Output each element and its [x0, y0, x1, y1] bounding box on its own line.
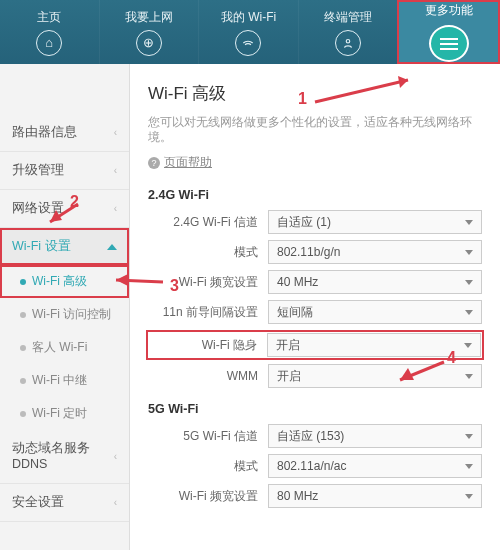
label-wmm: WMM [148, 369, 268, 383]
sidebar-item-network[interactable]: 网络设置‹ [0, 190, 129, 228]
select-value: 802.11b/g/n [277, 245, 340, 259]
select-wmm[interactable]: 开启 [268, 364, 482, 388]
dot-icon [20, 312, 26, 318]
page-help-link[interactable]: ?页面帮助 [148, 155, 482, 170]
label-mode-5: 模式 [148, 458, 268, 475]
select-hidden[interactable]: 开启 [267, 333, 481, 357]
chevron-left-icon: ‹ [114, 203, 117, 214]
row-guard: 11n 前导间隔设置 短间隔 [148, 300, 482, 324]
row-wmm: WMM 开启 [148, 364, 482, 388]
nav-home-label: 主页 [37, 9, 61, 26]
sidebar-sub-wifi-repeater[interactable]: Wi-Fi 中继 [0, 364, 129, 397]
chevron-down-icon [465, 464, 473, 469]
chevron-down-icon [465, 280, 473, 285]
chevron-up-icon [107, 244, 117, 250]
sidebar-item-security[interactable]: 安全设置‹ [0, 484, 129, 522]
globe-icon: ⊕ [136, 30, 162, 56]
row-channel-5: 5G Wi-Fi 信道 自适应 (153) [148, 424, 482, 448]
select-value: 自适应 (153) [277, 428, 344, 445]
sidebar-label: 路由器信息 [12, 124, 77, 141]
chevron-left-icon: ‹ [114, 127, 117, 138]
sidebar-item-router-info[interactable]: 路由器信息‹ [0, 114, 129, 152]
chevron-down-icon [465, 374, 473, 379]
sidebar-sub-label: Wi-Fi 高级 [32, 273, 87, 290]
select-value: 802.11a/n/ac [277, 459, 346, 473]
select-value: 40 MHz [277, 275, 318, 289]
sidebar-sub-wifi-access[interactable]: Wi-Fi 访问控制 [0, 298, 129, 331]
chevron-down-icon [464, 343, 472, 348]
select-value: 自适应 (1) [277, 214, 331, 231]
label-bandwidth: Wi-Fi 频宽设置 [148, 274, 268, 291]
chevron-left-icon: ‹ [114, 450, 117, 463]
sidebar: 路由器信息‹ 升级管理‹ 网络设置‹ Wi-Fi 设置 Wi-Fi 高级 Wi-… [0, 64, 130, 550]
sidebar-item-ddns[interactable]: 动态域名服务 DDNS‹ [0, 430, 129, 484]
select-value: 开启 [277, 368, 301, 385]
row-bandwidth-24: Wi-Fi 频宽设置 40 MHz [148, 270, 482, 294]
chevron-left-icon: ‹ [114, 497, 117, 508]
chevron-down-icon [465, 250, 473, 255]
sidebar-label: Wi-Fi 设置 [12, 238, 71, 255]
sidebar-sub-label: 客人 Wi-Fi [32, 339, 87, 356]
select-value: 80 MHz [277, 489, 318, 503]
home-icon: ⌂ [36, 30, 62, 56]
select-mode-24[interactable]: 802.11b/g/n [268, 240, 482, 264]
page-title: Wi-Fi 高级 [148, 82, 482, 105]
row-mode-5: 模式 802.11a/n/ac [148, 454, 482, 478]
nav-devices-label: 终端管理 [324, 9, 372, 26]
sidebar-label: 网络设置 [12, 200, 64, 217]
label-channel-5: 5G Wi-Fi 信道 [148, 428, 268, 445]
chevron-down-icon [465, 220, 473, 225]
row-channel-24: 2.4G Wi-Fi 信道 自适应 (1) [148, 210, 482, 234]
hamburger-icon [429, 25, 469, 62]
chevron-down-icon [465, 494, 473, 499]
sidebar-sub-label: Wi-Fi 中继 [32, 372, 87, 389]
dot-icon [20, 411, 26, 417]
sidebar-item-upgrade[interactable]: 升级管理‹ [0, 152, 129, 190]
chevron-down-icon [465, 434, 473, 439]
svg-point-0 [346, 39, 350, 43]
nav-home[interactable]: 主页 ⌂ [0, 0, 99, 64]
select-channel-24[interactable]: 自适应 (1) [268, 210, 482, 234]
select-channel-5[interactable]: 自适应 (153) [268, 424, 482, 448]
select-value: 开启 [276, 337, 300, 354]
chevron-left-icon: ‹ [114, 165, 117, 176]
nav-internet[interactable]: 我要上网 ⊕ [99, 0, 199, 64]
select-guard[interactable]: 短间隔 [268, 300, 482, 324]
label-channel-24: 2.4G Wi-Fi 信道 [148, 214, 268, 231]
nav-internet-label: 我要上网 [125, 9, 173, 26]
sidebar-sub-label: Wi-Fi 访问控制 [32, 306, 111, 323]
label-hidden: Wi-Fi 隐身 [149, 337, 267, 354]
select-mode-5[interactable]: 802.11a/n/ac [268, 454, 482, 478]
sidebar-sub-wifi-timer[interactable]: Wi-Fi 定时 [0, 397, 129, 430]
section-5g-title: 5G Wi-Fi [148, 402, 482, 416]
nav-more[interactable]: 更多功能 [397, 0, 500, 64]
select-bandwidth-24[interactable]: 40 MHz [268, 270, 482, 294]
row-hidden: Wi-Fi 隐身 开启 [146, 330, 484, 360]
dot-icon [20, 279, 26, 285]
label-mode: 模式 [148, 244, 268, 261]
section-24g-title: 2.4G Wi-Fi [148, 188, 482, 202]
wifi-icon [235, 30, 261, 56]
label-guard: 11n 前导间隔设置 [148, 304, 268, 321]
nav-more-label: 更多功能 [425, 2, 473, 19]
chevron-down-icon [465, 310, 473, 315]
nav-devices[interactable]: 终端管理 [298, 0, 398, 64]
content-pane: Wi-Fi 高级 您可以对无线网络做更多个性化的设置，适应各种无线网络环境。 ?… [130, 64, 500, 550]
sidebar-label: 升级管理 [12, 162, 64, 179]
user-icon [335, 30, 361, 56]
sidebar-sub-guest-wifi[interactable]: 客人 Wi-Fi [0, 331, 129, 364]
dot-icon [20, 378, 26, 384]
page-description: 您可以对无线网络做更多个性化的设置，适应各种无线网络环境。 [148, 115, 482, 145]
select-bandwidth-5[interactable]: 80 MHz [268, 484, 482, 508]
row-mode-24: 模式 802.11b/g/n [148, 240, 482, 264]
sidebar-sub-wifi-advanced[interactable]: Wi-Fi 高级 [0, 265, 129, 298]
nav-wifi[interactable]: 我的 Wi-Fi [198, 0, 298, 64]
help-icon: ? [148, 157, 160, 169]
row-bandwidth-5: Wi-Fi 频宽设置 80 MHz [148, 484, 482, 508]
sidebar-label: 安全设置 [12, 494, 64, 511]
select-value: 短间隔 [277, 304, 313, 321]
sidebar-label: 动态域名服务 DDNS [12, 440, 90, 473]
help-label: 页面帮助 [164, 155, 212, 170]
sidebar-sub-label: Wi-Fi 定时 [32, 405, 87, 422]
sidebar-item-wifi-settings[interactable]: Wi-Fi 设置 [0, 228, 129, 265]
